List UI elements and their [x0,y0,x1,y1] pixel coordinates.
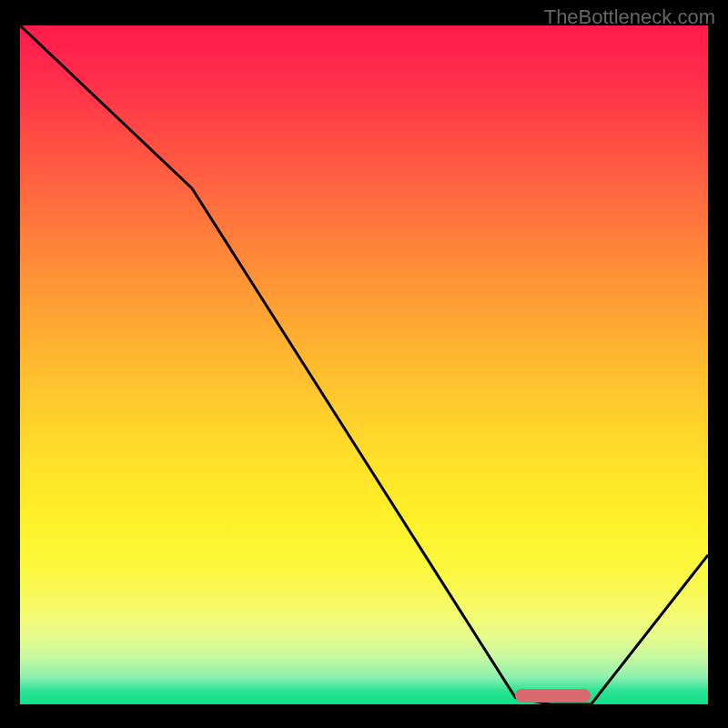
chart-plot-area [20,25,708,704]
watermark-text: TheBottleneck.com [544,5,715,29]
bottleneck-curve [20,25,708,704]
optimal-range-marker [515,689,591,703]
